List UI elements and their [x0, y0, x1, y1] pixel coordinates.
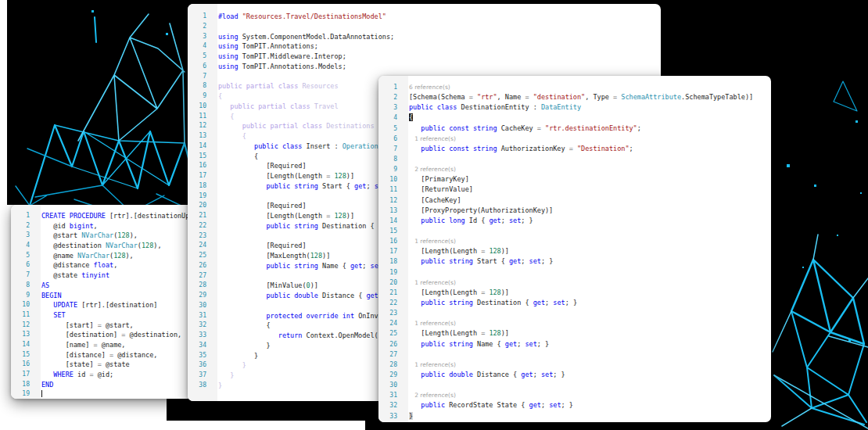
- code-line[interactable]: 9 2 reference(s): [378, 164, 771, 174]
- line-number: 12: [11, 321, 30, 331]
- code-line[interactable]: 21 [Length(Length = 128)]: [378, 288, 771, 298]
- code-line[interactable]: 14 [name] = @name,: [11, 340, 199, 350]
- code-line[interactable]: 32 public RecordState State { get; set; …: [378, 400, 771, 410]
- code-line[interactable]: 4 @destination NVarChar(128),: [11, 241, 199, 251]
- line-number: 38: [188, 381, 206, 391]
- code-line[interactable]: 29 public double Distance { get; set; }: [378, 370, 771, 380]
- code-line[interactable]: 24 1 reference(s): [378, 318, 771, 328]
- code-line[interactable]: 6using TomPIT.Annotations.Models;: [188, 62, 661, 72]
- code-line[interactable]: 3using System.ComponentModel.DataAnnotat…: [188, 32, 661, 42]
- line-number: 7: [11, 271, 30, 281]
- line-number: 26: [188, 261, 206, 271]
- line-number: 11: [378, 185, 397, 195]
- line-number: 17: [11, 370, 30, 380]
- line-number: 22: [188, 221, 206, 231]
- code-line[interactable]: 27: [378, 349, 771, 360]
- line-number: 19: [11, 389, 30, 399]
- code-line[interactable]: 16 1 reference(s): [378, 236, 771, 246]
- code-line[interactable]: 2: [188, 22, 661, 32]
- code-area[interactable]: 1CREATE PROCEDURE [rtr].[destinationUpda…: [11, 205, 199, 399]
- line-number: 9: [188, 91, 206, 102]
- code-line[interactable]: 23: [378, 308, 771, 318]
- line-number: 5: [11, 251, 30, 261]
- line-number: 29: [378, 370, 397, 380]
- line-number: 9: [11, 291, 30, 301]
- code-line[interactable]: 6 @distance float,: [11, 260, 199, 271]
- line-number: 22: [378, 298, 397, 308]
- code-line[interactable]: 17 [Length(Length = 128)]: [378, 246, 771, 256]
- line-number: 31: [188, 311, 206, 321]
- line-number: 18: [188, 181, 206, 192]
- code-line[interactable]: 26 public string Name { get; set; }: [378, 339, 771, 349]
- code-line[interactable]: 1#load "Resources.Travel/DestinationsMod…: [188, 12, 661, 22]
- code-line[interactable]: 15: [378, 226, 771, 236]
- line-number: 28: [188, 281, 206, 291]
- entity-editor-window[interactable]: 16 reference(s)2[Schema(Schema = "rtr", …: [378, 76, 771, 422]
- line-number: 37: [188, 371, 206, 381]
- code-line[interactable]: 17 WHERE id = @id;: [11, 370, 199, 380]
- code-line[interactable]: 7 @state tinyint: [11, 271, 199, 281]
- code-line[interactable]: 2 @id bigint,: [11, 221, 199, 231]
- code-line[interactable]: 5 @name NVarChar(128),: [11, 251, 199, 261]
- code-line[interactable]: 30: [378, 380, 771, 390]
- code-line[interactable]: 28 1 reference(s): [378, 360, 771, 370]
- code-line[interactable]: 12 [CacheKey]: [378, 195, 771, 206]
- code-line[interactable]: 31 2 reference(s): [378, 390, 771, 400]
- code-line[interactable]: 18 public string Start { get; set; }: [378, 256, 771, 267]
- line-number: 1: [11, 211, 30, 221]
- code-line[interactable]: 16 [state] = @state: [11, 360, 199, 370]
- code-line[interactable]: 13 [destination] = @destination,: [11, 330, 199, 340]
- code-line[interactable]: 25 [Length(Length = 128)]: [378, 328, 771, 339]
- line-number: 16: [188, 161, 206, 171]
- code-line[interactable]: 1CREATE PROCEDURE [rtr].[destinationUpda…: [11, 211, 199, 221]
- code-area[interactable]: 16 reference(s)2[Schema(Schema = "rtr", …: [378, 76, 771, 421]
- code-line[interactable]: 3public class DestinationEntity : DataEn…: [378, 102, 771, 113]
- code-line[interactable]: 19: [11, 389, 199, 399]
- line-number: 29: [188, 291, 206, 301]
- line-number: 23: [378, 308, 397, 318]
- code-line[interactable]: 3 @start NVarChar(128),: [11, 231, 199, 241]
- code-line[interactable]: 14 public long Id { get; set; }: [378, 216, 771, 226]
- code-line[interactable]: 4using TomPIT.Annotations;: [188, 41, 661, 52]
- sql-editor-window[interactable]: 1CREATE PROCEDURE [rtr].[destinationUpda…: [11, 205, 199, 399]
- line-number: 13: [188, 131, 206, 142]
- line-number: 20: [378, 278, 397, 288]
- code-line[interactable]: 16 reference(s): [378, 82, 771, 92]
- line-number: 4: [11, 241, 30, 251]
- line-number: 32: [378, 400, 397, 410]
- line-number: 10: [378, 174, 397, 185]
- line-number: 25: [188, 251, 206, 261]
- code-line[interactable]: 8: [378, 154, 771, 164]
- code-line[interactable]: 9BEGIN: [11, 291, 199, 301]
- code-line[interactable]: 10 [PrimaryKey]: [378, 174, 771, 185]
- code-line[interactable]: 5 public const string CacheKey = "rtr.de…: [378, 124, 771, 134]
- line-number: 19: [378, 267, 397, 278]
- code-line[interactable]: 19: [378, 267, 771, 278]
- line-number: 10: [188, 102, 206, 112]
- code-line[interactable]: 11 SET: [11, 310, 199, 321]
- code-line[interactable]: 5using TomPIT.Middleware.Interop;: [188, 52, 661, 62]
- code-line[interactable]: 8AS: [11, 281, 199, 291]
- line-number: 1: [378, 82, 397, 92]
- line-number: 7: [188, 72, 206, 82]
- line-number: 24: [378, 318, 397, 328]
- line-number: 15: [378, 226, 397, 236]
- code-line[interactable]: 22 public string Destination { get; set;…: [378, 298, 771, 308]
- line-number: 17: [378, 246, 397, 256]
- code-line[interactable]: 10 UPDATE [rtr].[destination]: [11, 300, 199, 310]
- code-line[interactable]: 33}: [378, 411, 771, 421]
- line-number: 28: [378, 360, 397, 370]
- code-line[interactable]: 18END: [11, 380, 199, 390]
- line-number: 8: [378, 154, 397, 164]
- code-line[interactable]: 2[Schema(Schema = "rtr", Name = "destina…: [378, 92, 771, 102]
- code-line[interactable]: 13 [ProxyProperty(AuthorizationKey)]: [378, 206, 771, 216]
- code-line[interactable]: 11 [ReturnValue]: [378, 185, 771, 195]
- code-line[interactable]: 12 [start] = @start,: [11, 321, 199, 331]
- line-number: 14: [188, 142, 206, 152]
- code-line[interactable]: 20 1 reference(s): [378, 278, 771, 288]
- code-line[interactable]: 15 [distance] = @distance,: [11, 350, 199, 360]
- code-line[interactable]: 4{: [378, 113, 771, 123]
- line-number: 12: [188, 121, 206, 131]
- code-line[interactable]: 6 1 reference(s): [378, 134, 771, 144]
- code-line[interactable]: 7 public const string AuthorizationKey =…: [378, 144, 771, 154]
